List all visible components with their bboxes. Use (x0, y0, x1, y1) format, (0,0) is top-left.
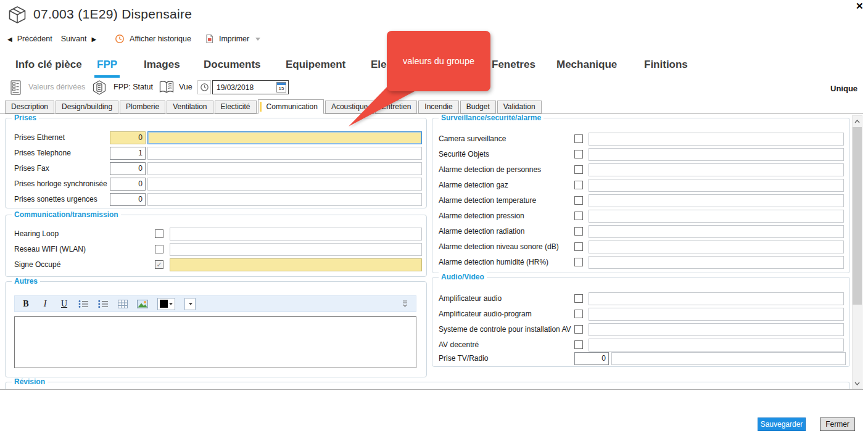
tab-mechanique[interactable]: Mechanique (554, 57, 619, 75)
checkbox[interactable] (574, 134, 583, 143)
fpp-status-icon[interactable] (91, 80, 107, 96)
next-arrow-icon[interactable]: ▶ (91, 36, 96, 43)
checkbox[interactable] (574, 181, 583, 189)
tab-fpp[interactable]: FPP (94, 57, 120, 78)
text-input[interactable] (147, 162, 422, 175)
text-input[interactable] (589, 148, 844, 161)
subtab-ventilation[interactable]: Ventilation (167, 101, 213, 113)
count-input[interactable]: 0 (110, 193, 146, 206)
checkbox[interactable] (574, 325, 583, 334)
color-picker-dropdown-icon[interactable] (184, 298, 196, 310)
subtab-validation[interactable]: Validation (497, 101, 542, 113)
checkbox[interactable] (155, 245, 163, 253)
derived-values-icon[interactable] (9, 80, 23, 96)
italic-icon[interactable]: I (40, 298, 50, 310)
save-button[interactable]: Sauvegarder (758, 417, 806, 431)
previous-arrow-icon[interactable]: ◀ (7, 36, 12, 43)
previous-button[interactable]: Précédent (17, 35, 52, 43)
count-input[interactable]: 0 (110, 131, 146, 144)
text-input[interactable] (147, 147, 422, 160)
checkbox[interactable] (574, 165, 583, 174)
text-input[interactable] (589, 225, 844, 238)
checkbox[interactable] (155, 229, 163, 238)
tab-finitions[interactable]: Finitions (642, 57, 690, 75)
numbered-list-icon[interactable] (98, 298, 109, 310)
print-button[interactable]: Imprimer (219, 35, 249, 43)
next-button[interactable]: Suivant (61, 35, 87, 43)
text-input[interactable] (589, 323, 844, 336)
vertical-scrollbar[interactable] (852, 115, 862, 389)
text-input[interactable] (589, 163, 844, 176)
bullet-list-icon[interactable] (78, 298, 89, 310)
scrollbar-thumb[interactable] (853, 127, 862, 305)
text-input[interactable] (589, 194, 844, 207)
show-history-button[interactable]: Afficher historique (130, 35, 191, 43)
tab-equipement[interactable]: Equipement (283, 57, 348, 75)
subtab-plomberie[interactable]: Plomberie (120, 101, 165, 113)
group-prises-title: Prises (12, 113, 39, 122)
toolbar-overflow-icon[interactable] (400, 298, 410, 310)
print-dropdown-icon[interactable] (255, 38, 260, 41)
insert-table-icon[interactable] (118, 298, 128, 310)
text-input[interactable] (589, 241, 844, 253)
calendar-picker-icon[interactable]: 15 (276, 82, 286, 93)
tab-info-cle-piece[interactable]: Info clé pièce (13, 57, 85, 75)
richtext-toolbar: B I U (14, 295, 416, 312)
tab-images[interactable]: Images (141, 57, 183, 75)
underline-icon[interactable]: U (59, 298, 69, 310)
bold-icon[interactable]: B (21, 298, 31, 310)
insert-image-icon[interactable] (137, 298, 148, 310)
text-input[interactable] (589, 292, 844, 305)
checkbox[interactable] (574, 258, 583, 266)
date-input[interactable]: 19/03/2018 15 (212, 80, 289, 94)
checkbox[interactable] (574, 340, 583, 349)
text-input[interactable] (147, 178, 422, 191)
checkbox[interactable] (574, 212, 583, 220)
text-input[interactable] (589, 308, 844, 321)
fpp-status-label[interactable]: FPP: Statut (114, 83, 153, 91)
text-input[interactable] (589, 256, 844, 269)
count-input[interactable]: 0 (110, 178, 146, 191)
checkbox-checked[interactable]: ✓ (155, 260, 163, 269)
text-input[interactable] (147, 193, 422, 206)
subtab-budget[interactable]: Budget (460, 101, 496, 113)
text-input[interactable] (589, 339, 844, 352)
close-icon[interactable]: ✕ (856, 1, 864, 12)
scroll-up-icon[interactable] (853, 116, 862, 126)
checkbox[interactable] (574, 227, 583, 236)
derived-values-label[interactable]: Valeurs dérivées (28, 83, 85, 91)
tab-documents[interactable]: Documents (201, 57, 263, 75)
checkbox[interactable] (574, 150, 583, 158)
subtab-design-building[interactable]: Design/building (56, 101, 118, 113)
checkbox[interactable] (574, 242, 583, 251)
count-input[interactable]: 1 (110, 147, 146, 160)
text-input[interactable] (170, 228, 422, 241)
view-label[interactable]: Vue (179, 83, 192, 91)
field-row: Alarme detection pression (432, 210, 849, 223)
text-input[interactable] (611, 352, 846, 365)
text-input[interactable] (170, 258, 422, 271)
tab-fenetres[interactable]: Fenetres (489, 57, 538, 75)
checkbox[interactable] (574, 196, 583, 205)
richtext-editor-area[interactable] (14, 316, 416, 368)
count-input[interactable]: 0 (110, 162, 146, 175)
scroll-down-icon[interactable] (853, 378, 862, 389)
text-input[interactable] (589, 133, 844, 146)
view-book-icon[interactable] (158, 80, 175, 96)
checkbox[interactable] (574, 310, 583, 318)
text-input[interactable] (170, 243, 422, 256)
date-clock-icon[interactable] (197, 80, 211, 94)
text-input[interactable] (589, 210, 844, 223)
text-input[interactable] (589, 179, 844, 192)
field-row: Systeme de controle pour installation AV (432, 323, 849, 336)
count-input[interactable]: 0 (574, 352, 609, 365)
subtab-incendie[interactable]: Incendie (418, 101, 458, 113)
checkbox[interactable] (574, 294, 583, 303)
subtab-communication[interactable]: Communication (258, 99, 324, 114)
subtab-description[interactable]: Description (5, 101, 54, 113)
text-input[interactable] (147, 131, 422, 144)
date-value[interactable]: 19/03/2018 (213, 83, 276, 92)
font-color-icon[interactable] (157, 298, 175, 310)
subtab-electicite[interactable]: Electicité (215, 101, 257, 113)
close-button[interactable]: Fermer (820, 417, 855, 431)
